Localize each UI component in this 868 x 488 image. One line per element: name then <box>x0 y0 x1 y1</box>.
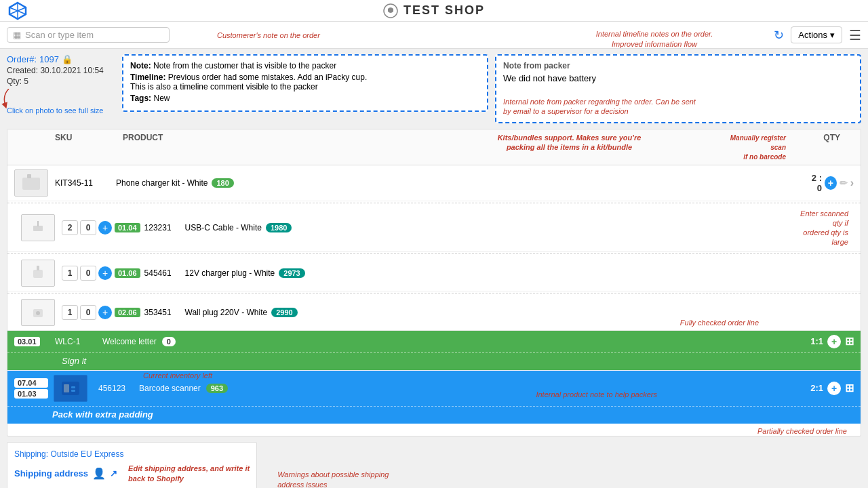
qty-scanned: 1 <box>62 266 78 281</box>
product-barcode: 353451 <box>144 308 185 317</box>
anno-customer-note: Customerer's note on the order <box>217 30 320 40</box>
col-img-header <box>14 133 55 161</box>
product-name: USB-C Cable - White 1980 <box>185 223 492 232</box>
anno-edit-shipping: Edit shipping address, and write it back… <box>128 463 250 484</box>
qty-add-button[interactable]: + <box>825 176 837 190</box>
product-badge: 2973 <box>279 268 304 278</box>
order-qty: Qty: 5 <box>7 77 115 86</box>
edit-icon[interactable]: ✏ <box>840 178 848 188</box>
product-image-blue[interactable] <box>54 375 87 402</box>
table-row: Bin location for fast picking and optima… <box>7 165 861 201</box>
anno-current-inventory: Current inventory left <box>143 370 212 380</box>
product-name: Wall plug 220V - White 2990 <box>185 308 854 317</box>
product-name: Phone charger kit - White 180 <box>116 178 461 188</box>
table-row-green: 03.01 WLC-1 Welcome letter 0 Current inv… <box>7 331 861 371</box>
order-number-value: 1097 <box>39 54 59 64</box>
product-image[interactable] <box>21 214 55 241</box>
tags-row: Tags: New <box>130 94 480 103</box>
customer-note-box: Note: Note from the customer that is vis… <box>122 54 488 112</box>
svg-rect-8 <box>37 221 39 226</box>
shipping-method-value: Outside EU Express <box>50 449 123 459</box>
note-text: Note from the customer that is visible t… <box>153 61 336 70</box>
table-row: 1 0 + 01.06 545461 12V charger plug - Wh… <box>7 256 861 291</box>
col-qty-header: QTY <box>800 133 854 161</box>
qty-green: 1:1 + ⊞ <box>810 335 854 348</box>
product-barcode-blue: 456123 <box>98 384 139 393</box>
product-barcode: 123231 <box>144 223 185 232</box>
qty-add-button[interactable]: + <box>98 266 112 280</box>
anno-internal-note: Internal note from packer regarding the … <box>503 97 853 117</box>
svg-rect-5 <box>22 178 40 190</box>
menu-button[interactable]: ☰ <box>849 27 861 43</box>
qty-controls: 1 0 + <box>62 305 112 320</box>
expand-icon-blue[interactable]: ⊞ <box>845 382 854 394</box>
shipping-address-title: Shipping address 👤 ↗ Edit shipping addre… <box>14 463 250 484</box>
bin-locations-blue: 07.04 01.03 <box>14 378 48 399</box>
topbar: ▦ Scan or type item Customerer's note on… <box>0 22 868 49</box>
svg-rect-15 <box>71 386 75 388</box>
col-product-header: PRODUCT <box>123 133 420 161</box>
anno-click-photo-arrow <box>0 89 12 111</box>
qty-remaining: 0 <box>80 266 96 281</box>
product-badge: 180 <box>212 178 233 188</box>
app-logo <box>8 1 27 20</box>
qty-add-green[interactable]: + <box>827 335 841 348</box>
table-header: SKU PRODUCT Kits/bundles support. Makes … <box>7 129 861 165</box>
anno-fully-checked: Fully checked order line <box>680 317 759 327</box>
actions-button[interactable]: Actions ▾ <box>791 26 842 43</box>
bottom-row: Shipping: Outside EU Express Shipping ad… <box>7 442 861 488</box>
anno-bin-location: Bin location for fast picking and optima… <box>0 169 1 200</box>
actions-label: Actions <box>798 30 827 40</box>
qty-controls: 2 0 + <box>62 220 112 235</box>
scan-bar[interactable]: ▦ Scan or type item <box>7 27 170 43</box>
packer-note-title: Note from packer <box>503 61 853 70</box>
qty-add-button[interactable]: + <box>98 306 112 319</box>
app-header: TEST SHOP <box>0 0 868 22</box>
order-number-label: Order#: <box>7 54 37 64</box>
click-photo-label[interactable]: Click on photo to see full size <box>7 106 115 115</box>
shipping-section: Shipping: Outside EU Express Shipping ad… <box>7 442 257 488</box>
anno-enter-scanned: Enter scanned qty if ordered qty is larg… <box>800 209 854 247</box>
svg-rect-10 <box>37 266 39 270</box>
qty-scanned: 2 <box>62 220 78 235</box>
chevron-icon[interactable]: › <box>850 177 854 189</box>
product-badge-green: 0 <box>162 337 176 346</box>
svg-rect-6 <box>27 174 31 178</box>
svg-rect-16 <box>71 390 75 392</box>
shop-icon <box>383 3 398 18</box>
qty-add-blue[interactable]: + <box>827 382 841 395</box>
product-qty: 2 : 0 + ✏ › <box>806 173 854 193</box>
lock-icon: 🔒 <box>62 54 73 64</box>
main-content: Order#: 1097 🔒 Created: 30.10.2021 10:54… <box>0 49 868 488</box>
anno-kits: Kits/bundles support. Makes sure you're … <box>420 133 718 161</box>
tags-value: New <box>153 94 170 103</box>
person-icon: 👤 <box>92 467 106 480</box>
expand-icon[interactable]: ⊞ <box>845 335 854 348</box>
qty-remaining: 0 <box>80 305 96 320</box>
note-row: Note: Note from the customer that is vis… <box>130 61 480 70</box>
col-sku-header: SKU <box>55 133 123 161</box>
refresh-button[interactable]: ↻ <box>774 28 784 43</box>
bin-location-green: 03.01 <box>14 336 48 346</box>
scan-placeholder: Scan or type item <box>25 30 94 40</box>
product-image[interactable] <box>21 299 55 326</box>
product-table: SKU PRODUCT Kits/bundles support. Makes … <box>7 129 861 436</box>
product-sku-green: WLC-1 <box>55 337 102 346</box>
anno-manually: Manually register scan if no barcode <box>718 133 800 161</box>
anno-timeline-note: Internal timeline notes on the order. Im… <box>596 28 713 49</box>
shop-name: TEST SHOP <box>403 3 485 18</box>
product-image[interactable] <box>14 169 48 197</box>
blue-note-text: Pack with extra padding <box>52 409 153 420</box>
blue-row-note: Pack with extra padding Internal product… <box>7 406 861 424</box>
packer-note-box: Note from packer We did not have battery… <box>495 54 861 123</box>
green-row-note: Sign it <box>7 352 861 370</box>
green-note-text: Sign it <box>62 356 86 366</box>
table-row: 2 0 + 01.04 123231 USB-C Cable - White 1… <box>7 205 861 252</box>
product-image[interactable] <box>21 260 55 287</box>
qty-add-button[interactable]: + <box>98 221 112 235</box>
qty-remaining: 0 <box>80 220 96 235</box>
product-name-blue: Barcode scanner 963 <box>139 384 810 393</box>
product-barcode: 545461 <box>144 268 185 278</box>
product-badge: 2990 <box>271 308 297 317</box>
anno-warnings-shipping: Warnings about possible shipping address… <box>277 469 389 488</box>
